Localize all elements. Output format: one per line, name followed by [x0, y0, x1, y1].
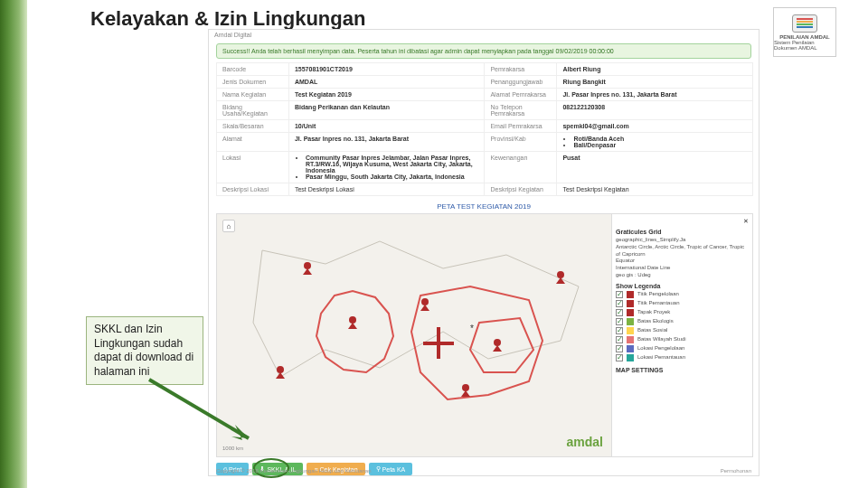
legend-swatch: [627, 354, 634, 361]
page-title: Kelayakan & Izin Lingkungan: [90, 7, 365, 31]
checkbox-icon[interactable]: [616, 336, 623, 343]
legend-swatch: [627, 327, 634, 334]
legend-item[interactable]: Batas Wilayah Studi: [616, 336, 749, 343]
graticule-item: geo gis : Udeg: [616, 272, 749, 279]
side-close-icon[interactable]: ✕: [616, 218, 749, 225]
map-watermark: amdal: [567, 435, 603, 449]
legend-header: Show Legenda: [616, 283, 749, 289]
info-label: No Telepon Pemrakarsa: [485, 101, 557, 120]
footer-right[interactable]: Permohonan: [721, 468, 751, 474]
map-side-panel: ✕ Graticules Grid geographic_lines_Simpl…: [611, 214, 752, 456]
info-value: Albert Riung: [557, 63, 753, 76]
button-label: Peta KA: [382, 466, 406, 473]
checkbox-icon[interactable]: [616, 309, 623, 316]
map-home-button[interactable]: ⌂: [222, 220, 235, 232]
info-label: Bidang Usaha/Kegiatan: [217, 101, 289, 120]
legend-item[interactable]: Batas Ekologis: [616, 318, 749, 325]
legend-label: Titik Pemantauan: [637, 300, 679, 307]
map-canvas[interactable]: *: [217, 214, 613, 457]
legend-swatch: [627, 345, 634, 352]
info-label: Barcode: [217, 63, 289, 76]
info-label: Nama Kegiatan: [217, 89, 289, 101]
peta-ka-button[interactable]: ⚲Peta KA: [369, 463, 413, 475]
tablet-icon: [792, 14, 817, 33]
logo-sub: Sistem Penilaian Dokumen AMDAL: [774, 40, 835, 51]
info-value: AMDAL: [288, 76, 485, 89]
info-value: Jl. Pasar Inpres no. 131, Jakarta Barat: [557, 89, 753, 101]
app-header: Amdal Digital: [209, 30, 759, 40]
checkbox-icon[interactable]: [616, 354, 623, 361]
map-container: * ⌂ 1000 km amdal ✕ Graticules Grid geog…: [216, 213, 753, 457]
legend-item[interactable]: Lokasi Pengelolaan: [616, 345, 749, 352]
map-title: PETA TEST KEGIATAN 2019: [209, 200, 759, 213]
legend-swatch: [627, 291, 634, 298]
svg-point-3: [494, 339, 501, 346]
info-value: Test Kegiatan 2019: [288, 89, 485, 101]
legend-label: Titik Pengelolaan: [637, 291, 679, 298]
svg-text:*: *: [470, 324, 474, 333]
legend-item[interactable]: Batas Sosial: [616, 327, 749, 334]
legend-swatch: [627, 336, 634, 343]
info-value: spemkl04@gmail.com: [557, 120, 753, 133]
info-label: Alamat Pemrakarsa: [485, 89, 557, 101]
info-value: 1557081901CT2019: [288, 63, 485, 76]
footer-copyright: Copyright © 2018 Kementrian Lingkungan H…: [216, 468, 372, 474]
svg-point-2: [421, 298, 429, 305]
checkbox-icon[interactable]: [616, 327, 623, 334]
checkbox-icon[interactable]: [616, 300, 623, 307]
info-label: Penanggungjawab: [485, 76, 557, 89]
graticule-item: International Date Line: [616, 265, 749, 272]
legend-item[interactable]: Titik Pengelolaan: [616, 291, 749, 298]
legend-label: Lokasi Pengelolaan: [637, 345, 684, 352]
callout-text: SKKL dan Izin Lingkungan sudah dapat di …: [94, 323, 193, 378]
info-label: Jenis Dokumen: [217, 76, 289, 89]
legend-item[interactable]: Tapak Proyek: [616, 309, 749, 316]
map-icon: ⚲: [376, 465, 381, 473]
success-alert: Success!! Anda telah berhasil menyimpan …: [216, 43, 751, 59]
legend-label: Batas Sosial: [637, 327, 667, 334]
graticule-item: Antarctic Circle, Arctic Circle, Tropic …: [616, 244, 749, 258]
svg-point-7: [462, 384, 469, 391]
svg-point-5: [557, 271, 564, 278]
info-value: Riung Bangkit: [557, 76, 753, 89]
legend-swatch: [627, 309, 634, 316]
info-label: Skala/Besaran: [217, 120, 289, 133]
checkbox-icon[interactable]: [616, 291, 623, 298]
info-value: Bidang Perikanan dan Kelautan: [288, 101, 485, 120]
legend-swatch: [627, 318, 634, 325]
info-value: 082122120308: [557, 101, 753, 120]
legend-label: Lokasi Pemantauan: [637, 354, 685, 361]
callout-box: SKKL dan Izin Lingkungan sudah dapat di …: [86, 316, 203, 385]
app-screenshot: Amdal Digital Success!! Anda telah berha…: [208, 29, 760, 476]
legend-label: Batas Ekologis: [637, 318, 674, 325]
graticule-item: geographic_lines_Simplify.Ja: [616, 237, 749, 244]
info-label: Email Pemrakarsa: [485, 120, 557, 133]
info-label: Pemrakarsa: [485, 63, 557, 76]
legend-item[interactable]: Titik Pemantauan: [616, 300, 749, 307]
legend-swatch: [627, 300, 634, 307]
info-table: Barcode1557081901CT2019PemrakarsaAlbert …: [216, 62, 753, 196]
legend-label: Tapak Proyek: [637, 309, 670, 316]
legend-label: Batas Wilayah Studi: [637, 336, 686, 343]
legend-item[interactable]: Lokasi Pemantauan: [616, 354, 749, 361]
svg-point-4: [304, 262, 311, 269]
info-value: 10/Unit: [288, 120, 485, 133]
logo-card: PENILAIAN AMDAL Sistem Penilaian Dokumen…: [773, 7, 836, 57]
svg-point-1: [349, 316, 356, 324]
graticules-header: Graticules Grid: [616, 229, 749, 235]
success-text: Success!! Anda telah berhasil menyimpan …: [222, 48, 614, 54]
checkbox-icon[interactable]: [616, 345, 623, 352]
map-scalebar: 1000 km: [222, 446, 243, 451]
checkbox-icon[interactable]: [616, 318, 623, 325]
graticule-item: Equator: [616, 258, 749, 265]
slide-accent-bar: [0, 0, 27, 488]
svg-point-6: [277, 366, 284, 373]
map-settings-header[interactable]: MAP SETTINGS: [616, 367, 749, 373]
home-icon: ⌂: [227, 222, 231, 230]
svg-rect-0: [217, 214, 613, 457]
